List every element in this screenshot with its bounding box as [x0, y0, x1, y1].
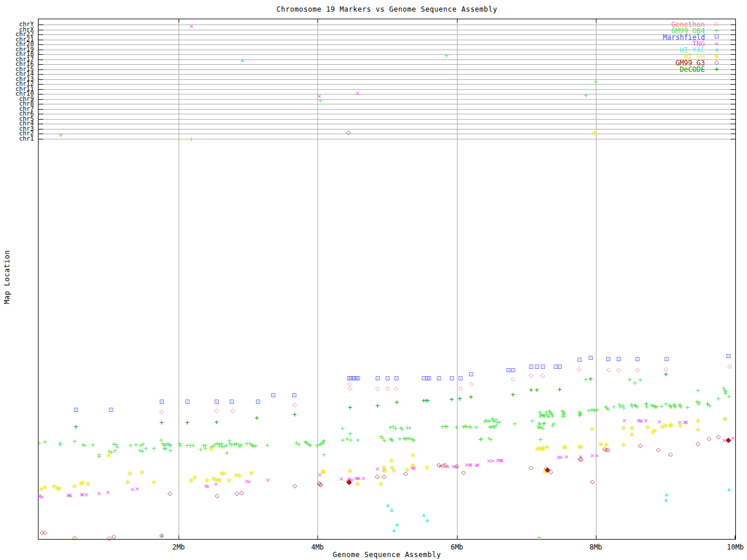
gm99-gb4-data-point: + [393, 425, 398, 432]
gm99-g3-data-point: ◇ [656, 447, 661, 453]
gm99-gb4-data-point: + [411, 437, 416, 444]
wi-yac-data-point: ▲ [240, 58, 244, 62]
wi-rh-data-point: ∗ [248, 468, 255, 477]
axis-tick-right [731, 50, 735, 50]
wi-yac-data-point: ▲ [425, 518, 429, 523]
tng-data-point: × [40, 493, 44, 501]
genethon-data-point: ◇ [529, 373, 533, 379]
tng-data-point: × [355, 89, 360, 97]
chromosome-row-line [39, 119, 735, 120]
marshfield-data-point: ⊡ [469, 372, 473, 377]
x-tick-top [317, 19, 318, 23]
wi-rh-data-point: ∗ [668, 421, 675, 429]
y-tick-label: chr1 [0, 136, 34, 141]
tng-data-point: × [361, 474, 366, 482]
wi-rh-data-point: ∗ [85, 480, 92, 488]
gm99-gb4-data-point: + [178, 442, 183, 449]
gm99-g3-data-point: ◇ [590, 479, 595, 485]
tng-data-point: × [500, 456, 504, 464]
legend-label-decode: DeCODE [588, 65, 705, 74]
marshfield-data-point: ⊡ [109, 407, 113, 413]
decode-data-point: + [74, 423, 78, 430]
marshfield-data-point: ⊡ [355, 376, 360, 382]
tng-data-point: × [684, 418, 689, 426]
gm99-gb4-data-point: + [474, 424, 479, 431]
gm99-gb4-data-point: + [115, 443, 120, 451]
y-axis-label: Map Location [3, 250, 11, 304]
gm99-g3-data-point: ◇ [668, 452, 673, 457]
axis-tick-right [731, 40, 735, 40]
marshfield-data-point: ⊡ [726, 354, 731, 359]
decode-data-point: + [458, 395, 462, 402]
axis-tick-left [39, 139, 43, 139]
gm99-g3-data-point: ◇ [638, 443, 643, 449]
gm99-gb4-data-point: + [144, 444, 148, 452]
wi-rh-data-point: ∗ [106, 451, 113, 459]
marshfield-data-point: ⊡ [511, 368, 515, 373]
x-tick-label: 6Mb [438, 543, 476, 551]
decode-data-point: + [425, 397, 430, 404]
x-tick-label: 10Mb [717, 543, 747, 551]
marshfield-data-point: ⊡ [635, 356, 640, 362]
gm99-gb4-data-point: + [400, 425, 404, 433]
genethon-data-point: ◇ [292, 402, 297, 408]
x-tick-top [457, 19, 458, 23]
gm99-gb4-data-point: + [355, 436, 360, 444]
gm99-g3-data-point: ◇ [382, 474, 386, 480]
genethon-data-point: ◇ [394, 386, 399, 391]
axis-tick-left [39, 54, 43, 55]
axis-tick-right [731, 119, 735, 120]
axis-tick-right [731, 99, 735, 100]
axis-tick-right [731, 34, 735, 35]
gm99-gb4-data-point: + [90, 441, 95, 449]
genethon-data-point: ◇ [159, 409, 164, 415]
chart-title: Chromosome 19 Markers vs Genome Sequence… [38, 5, 736, 13]
axis-tick-left [39, 89, 43, 90]
marshfield-data-point: ⊡ [557, 364, 562, 370]
gm99-gb4-data-point: + [633, 379, 637, 387]
gm99-gb4-data-point: + [488, 436, 493, 443]
gm99-gb4-data-point: + [308, 442, 313, 449]
gm99-g3-data-point: ◇ [461, 470, 466, 475]
gm99-gb4-data-point: + [638, 376, 643, 384]
gm99-gb4-data-point: + [644, 403, 649, 411]
wi-rh-data-point: ∗ [71, 482, 78, 490]
gm99-gb4-data-point: + [239, 441, 243, 449]
gm99-gb4-data-point: + [673, 403, 678, 411]
chromosome-row-line [39, 139, 735, 139]
genethon-data-point: ◇ [635, 367, 640, 373]
gm99-gb4-data-point: + [191, 442, 196, 449]
tng-data-point: × [68, 492, 73, 499]
x-tick-bottom [317, 536, 318, 539]
x-tick-bottom [735, 536, 735, 539]
axis-tick-left [39, 129, 43, 130]
gm99-gb4-data-point: + [296, 440, 301, 448]
axis-tick-right [731, 44, 735, 45]
gm99-g3-data-point: ◇ [347, 480, 352, 485]
x-tick-bottom [457, 536, 458, 539]
gm99-g3-data-point: ◇ [529, 465, 533, 471]
x-tick-top [735, 19, 736, 23]
x-gridline [457, 19, 458, 539]
tng-data-point: × [375, 465, 380, 473]
tng-data-point: × [266, 476, 270, 484]
gm99-gb4-data-point: + [152, 444, 156, 452]
decode-data-point: + [185, 419, 190, 426]
decode-data-point: + [159, 419, 164, 426]
x-tick-top [179, 19, 179, 23]
axis-tick-left [39, 50, 43, 50]
axis-tick-right [731, 94, 735, 94]
tng-data-point: × [564, 453, 569, 460]
x-gridline [179, 19, 179, 539]
gm99-g3-data-point: ◇ [707, 436, 711, 442]
gm99-gb4-data-point: + [655, 403, 659, 411]
axis-tick-right [731, 54, 735, 55]
wi-rh-data-point: ∗ [41, 483, 48, 491]
marshfield-data-point: ⊡ [292, 393, 296, 398]
tng-data-point: × [595, 452, 599, 459]
wi-yac-data-point: ▲ [664, 498, 668, 502]
genethon-data-point: ◇ [616, 367, 621, 373]
gm99-gb4-data-point: + [530, 417, 535, 425]
gm99-gb4-data-point: + [225, 449, 229, 457]
wi-rh-data-point: ∗ [139, 468, 146, 476]
